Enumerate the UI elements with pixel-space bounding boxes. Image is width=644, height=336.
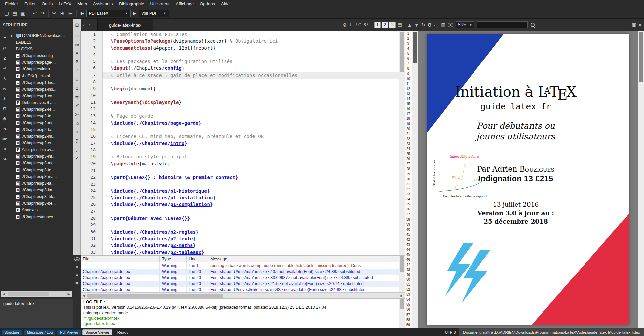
open-file-item[interactable]: guide-latex-fr.tex bbox=[0, 301, 73, 307]
line-number[interactable]: 6 bbox=[81, 65, 103, 71]
structure-item[interactable]: ./Chapitres/p3-im... bbox=[9, 187, 72, 193]
structure-item[interactable]: ./Chapitres/page-... bbox=[9, 59, 72, 66]
pdf-page-number[interactable]: 22 bbox=[405, 136, 412, 141]
pdf-page-number[interactable]: 6 bbox=[405, 56, 412, 61]
pdf-page-number[interactable]: 52 bbox=[405, 287, 412, 292]
save-icon[interactable]: ▣ bbox=[19, 9, 27, 17]
code-line[interactable]: 3\documentclass[a4paper, 12pt]{report} bbox=[81, 45, 399, 51]
pdf-page-number[interactable]: 43 bbox=[405, 242, 412, 247]
list-icon[interactable]: ▤ bbox=[398, 22, 402, 28]
search-icon[interactable] bbox=[530, 22, 535, 28]
line-number[interactable]: 25 bbox=[81, 194, 103, 201]
tabular-icon[interactable]: ⊞ bbox=[73, 32, 81, 40]
pdf-page-number[interactable]: 59 bbox=[405, 322, 412, 327]
arrows-icon[interactable]: ⇆ bbox=[73, 93, 81, 101]
scrollbar-thumb[interactable] bbox=[400, 256, 404, 272]
code-line[interactable]: 21 bbox=[81, 167, 399, 174]
code-line[interactable]: 28\part{Débuter avec \LaTeX{}} bbox=[81, 215, 399, 222]
scroll-left-icon[interactable]: ◀ bbox=[1, 291, 7, 297]
scrollbar-thumb[interactable] bbox=[400, 32, 404, 72]
pdf-page-number[interactable]: 50 bbox=[405, 277, 412, 282]
line-number[interactable]: 26 bbox=[81, 201, 103, 208]
code-line[interactable]: 2\PassOptionsToPackage{dvipsnames}{xcolo… bbox=[81, 38, 399, 44]
code-line[interactable]: 7% Utile à ce stade : gain de place et m… bbox=[81, 72, 399, 79]
line-number[interactable]: 9 bbox=[81, 85, 103, 92]
pstricks-icon[interactable]: PS bbox=[0, 124, 9, 134]
structure-item[interactable]: ./Chapitres/p3-te... bbox=[9, 166, 72, 173]
pdf-page-number[interactable]: 54 bbox=[405, 297, 412, 302]
tikz-icon[interactable]: TI bbox=[0, 144, 9, 154]
greek-letters-icon[interactable]: λ bbox=[0, 73, 9, 83]
line-number[interactable]: 32 bbox=[81, 242, 103, 249]
line-number[interactable]: 18 bbox=[81, 147, 103, 153]
pdf-page-number[interactable]: 29 bbox=[405, 172, 412, 177]
structure-item[interactable]: ./Chapitres/annex... bbox=[9, 213, 72, 220]
code-line[interactable]: 16% Licence CC, mind map, sommaire, préa… bbox=[81, 133, 399, 140]
structure-item[interactable]: ./Chapitres/p2-te... bbox=[9, 113, 72, 119]
order-symbols-icon[interactable]: ≤ bbox=[0, 53, 9, 63]
pdf-page-number[interactable]: 37 bbox=[405, 212, 412, 217]
pdf-page-number[interactable]: 40 bbox=[405, 227, 412, 232]
code-line[interactable]: 20\pagestyle{mainstyle} bbox=[81, 160, 399, 167]
code-line[interactable]: 17\include{./Chapitres/intro} bbox=[81, 140, 399, 147]
message-row[interactable]: Chapitres/page-garde.texWarningline 20Fo… bbox=[81, 287, 405, 292]
messages-column-header[interactable]: File bbox=[81, 256, 160, 262]
structure-item[interactable]: BLOCKS bbox=[9, 46, 72, 52]
structure-item[interactable]: LABELS bbox=[9, 39, 72, 46]
structure-horizontal-scrollbar[interactable]: ◀ ▶ bbox=[1, 291, 72, 297]
line-number[interactable]: 31 bbox=[81, 235, 103, 242]
subscript-icon[interactable]: x₂ bbox=[73, 110, 81, 119]
line-number[interactable]: 7 bbox=[81, 72, 103, 79]
metapost-icon[interactable]: MP bbox=[0, 134, 9, 144]
rotate-icon[interactable]: ↻ bbox=[421, 22, 425, 28]
menu-fichier[interactable]: Fichier bbox=[2, 0, 21, 8]
pdf-page-number[interactable]: 36 bbox=[405, 207, 412, 212]
run-compile-icon[interactable]: ▶ bbox=[81, 11, 84, 16]
line-number[interactable]: 30 bbox=[81, 229, 103, 235]
close-document-icon[interactable]: ⊗ bbox=[343, 22, 347, 28]
follow-cursor-eye-icon[interactable] bbox=[448, 23, 453, 27]
structure-item[interactable]: ./Chapitres/p1-ins... bbox=[9, 86, 72, 93]
messages-column-header[interactable]: Message bbox=[208, 256, 405, 262]
code-line[interactable]: 13% Page de garde bbox=[81, 113, 399, 119]
pdf-page-number[interactable]: 24 bbox=[405, 146, 412, 151]
sqrt-icon[interactable]: √ bbox=[73, 128, 81, 136]
ref-icon[interactable]: ref bbox=[73, 40, 81, 49]
structure-item[interactable]: ./Chapitres/p3-be... bbox=[9, 200, 72, 207]
lines-icon[interactable]: ≣ bbox=[73, 84, 81, 93]
scroll-right-icon[interactable]: ▶ bbox=[66, 291, 72, 297]
code-line[interactable]: 10 bbox=[81, 92, 399, 99]
message-row[interactable]: Chapitres/page-garde.texWarningline 20Fo… bbox=[81, 275, 405, 281]
message-row[interactable]: Warningline 1running in backwards comp m… bbox=[81, 262, 405, 269]
line-number[interactable]: 8 bbox=[81, 79, 103, 85]
relation-symbols-icon[interactable]: ⇄ bbox=[0, 43, 9, 53]
sum-icon[interactable]: ∑ bbox=[73, 136, 81, 145]
pdf-vertical-scrollbar[interactable] bbox=[638, 31, 644, 328]
line-number[interactable]: 17 bbox=[81, 140, 103, 147]
editor-vertical-scrollbar[interactable] bbox=[399, 31, 405, 255]
line-number[interactable]: 19 bbox=[81, 153, 103, 160]
scrollbar-thumb[interactable] bbox=[8, 292, 49, 296]
close-pdf-icon[interactable]: × bbox=[639, 22, 641, 28]
pdf-pages-scrollbar[interactable] bbox=[412, 31, 418, 328]
structure-item[interactable]: ./Chapitres/p2-re... bbox=[9, 106, 72, 113]
pdf-page-number[interactable]: 39 bbox=[405, 222, 412, 227]
code-line[interactable]: 22\part{\LaTeX{} : histoire \& premier c… bbox=[81, 174, 399, 181]
menu-latex[interactable]: LaTeX bbox=[56, 0, 74, 8]
pdf-page-number[interactable]: 26 bbox=[405, 156, 412, 161]
scrollbar-thumb[interactable] bbox=[413, 32, 417, 63]
structure-item[interactable]: ./Chapitres/p3-ta... bbox=[9, 180, 72, 187]
arrow-symbols-icon[interactable]: ⇒ bbox=[0, 63, 9, 73]
pdf-page-number[interactable]: 7 bbox=[405, 61, 412, 66]
code-line[interactable]: 8 bbox=[81, 79, 399, 85]
document-tab[interactable]: guide-latex-fr.tex bbox=[97, 19, 153, 31]
statusbar-structure-button[interactable]: Structure bbox=[1, 329, 22, 335]
line-number[interactable]: 3 bbox=[81, 45, 103, 51]
pdf-page-number[interactable]: 48 bbox=[405, 267, 412, 272]
pdf-page-number[interactable]: 18 bbox=[405, 116, 412, 121]
pdf-page-number[interactable]: 44 bbox=[405, 247, 412, 252]
scroll-left-icon[interactable]: ◀ bbox=[81, 293, 87, 299]
code-line[interactable]: 11\everymath{\displaystyle} bbox=[81, 99, 399, 106]
line-number[interactable]: 1 bbox=[81, 31, 103, 38]
line-number[interactable]: 21 bbox=[81, 167, 103, 174]
